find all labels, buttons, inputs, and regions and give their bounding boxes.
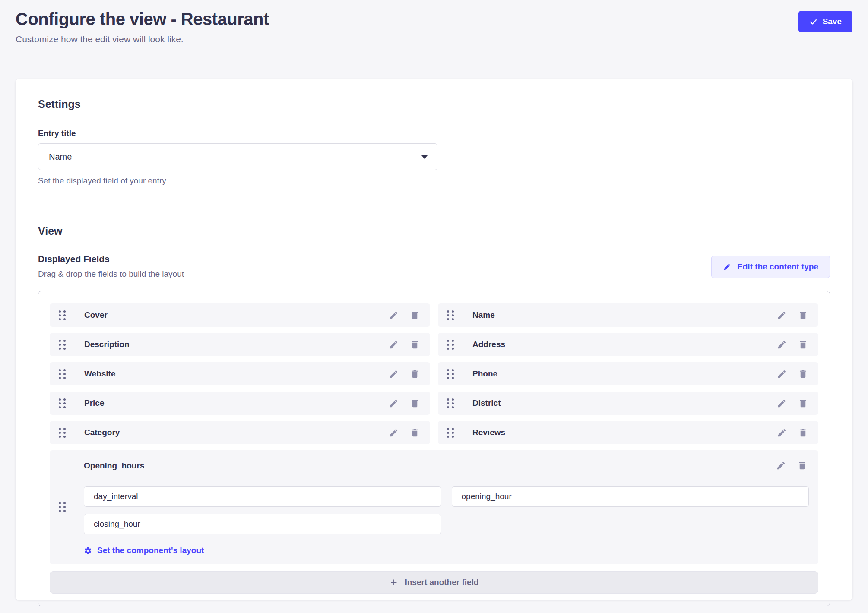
delete-field-icon[interactable] bbox=[798, 310, 808, 320]
field-row-name[interactable]: Name bbox=[438, 303, 818, 327]
field-label: Name bbox=[463, 303, 777, 327]
drag-handle-icon[interactable] bbox=[438, 362, 463, 385]
drag-handle-icon[interactable] bbox=[50, 362, 75, 385]
component-subfield-closing-hour[interactable]: closing_hour bbox=[84, 514, 441, 534]
gear-icon bbox=[84, 547, 92, 555]
field-row-price[interactable]: Price bbox=[50, 392, 430, 415]
edit-field-icon[interactable] bbox=[389, 369, 399, 379]
field-label: Reviews bbox=[463, 421, 777, 444]
field-label: Phone bbox=[463, 362, 777, 385]
fields-grid: Cover Name Description bbox=[50, 303, 818, 564]
save-button[interactable]: Save bbox=[798, 11, 852, 32]
displayed-fields-header: Displayed Fields Drag & drop the fields … bbox=[38, 254, 830, 279]
entry-title-label: Entry title bbox=[38, 129, 830, 138]
insert-another-field-button[interactable]: Insert another field bbox=[50, 571, 818, 594]
save-button-label: Save bbox=[823, 17, 842, 26]
edit-field-icon[interactable] bbox=[389, 398, 399, 408]
drag-handle-icon[interactable] bbox=[438, 421, 463, 444]
page-title: Configure the view - Restaurant bbox=[16, 9, 852, 29]
field-row-cover[interactable]: Cover bbox=[50, 303, 430, 327]
edit-field-icon[interactable] bbox=[776, 461, 786, 471]
delete-field-icon[interactable] bbox=[410, 310, 420, 320]
section-divider bbox=[38, 204, 830, 204]
edit-field-icon[interactable] bbox=[389, 340, 399, 350]
component-row-opening-hours[interactable]: Opening_hours day_interval opening_hour … bbox=[50, 450, 818, 564]
field-label: District bbox=[463, 392, 777, 415]
drag-handle-icon[interactable] bbox=[438, 392, 463, 415]
field-label: Cover bbox=[75, 303, 389, 327]
component-subfield-day-interval[interactable]: day_interval bbox=[84, 486, 441, 507]
field-row-website[interactable]: Website bbox=[50, 362, 430, 385]
delete-field-icon[interactable] bbox=[797, 461, 807, 471]
drag-handle-icon[interactable] bbox=[438, 303, 463, 327]
edit-field-icon[interactable] bbox=[777, 428, 787, 438]
set-component-layout-link[interactable]: Set the component's layout bbox=[84, 546, 204, 555]
edit-field-icon[interactable] bbox=[777, 398, 787, 408]
delete-field-icon[interactable] bbox=[798, 369, 808, 379]
edit-field-icon[interactable] bbox=[777, 310, 787, 320]
field-label: Website bbox=[75, 362, 389, 385]
settings-heading: Settings bbox=[38, 98, 830, 111]
drag-handle-icon[interactable] bbox=[50, 333, 75, 356]
field-label: Address bbox=[463, 333, 777, 356]
delete-field-icon[interactable] bbox=[410, 398, 420, 408]
drag-handle-icon[interactable] bbox=[438, 333, 463, 356]
fields-drop-zone: Cover Name Description bbox=[38, 291, 830, 606]
plus-icon bbox=[389, 578, 399, 587]
edit-field-icon[interactable] bbox=[389, 310, 399, 320]
edit-content-type-button[interactable]: Edit the content type bbox=[711, 256, 830, 278]
insert-another-field-label: Insert another field bbox=[405, 578, 478, 587]
field-label: Description bbox=[75, 333, 389, 356]
field-row-phone[interactable]: Phone bbox=[438, 362, 818, 385]
field-row-description[interactable]: Description bbox=[50, 333, 430, 356]
chevron-down-icon bbox=[421, 155, 428, 159]
entry-title-helper: Set the displayed field of your entry bbox=[38, 176, 830, 186]
drag-handle-icon[interactable] bbox=[50, 450, 75, 564]
component-title: Opening_hours bbox=[84, 461, 144, 471]
field-label: Price bbox=[75, 392, 389, 415]
delete-field-icon[interactable] bbox=[410, 369, 420, 379]
component-subfield-opening-hour[interactable]: opening_hour bbox=[452, 486, 809, 507]
check-icon bbox=[809, 18, 817, 26]
drag-handle-icon[interactable] bbox=[50, 392, 75, 415]
pencil-icon bbox=[723, 263, 731, 271]
view-heading: View bbox=[38, 225, 830, 237]
configure-view-card: Settings Entry title Name Set the displa… bbox=[16, 79, 852, 600]
entry-title-selected-value: Name bbox=[49, 152, 72, 162]
edit-field-icon[interactable] bbox=[777, 340, 787, 350]
delete-field-icon[interactable] bbox=[798, 428, 808, 438]
field-label: Category bbox=[75, 421, 389, 444]
page-header: Configure the view - Restaurant Customiz… bbox=[0, 0, 868, 44]
delete-field-icon[interactable] bbox=[410, 340, 420, 350]
delete-field-icon[interactable] bbox=[798, 340, 808, 350]
delete-field-icon[interactable] bbox=[410, 428, 420, 438]
drag-handle-icon[interactable] bbox=[50, 303, 75, 327]
edit-field-icon[interactable] bbox=[389, 428, 399, 438]
field-row-category[interactable]: Category bbox=[50, 421, 430, 444]
entry-title-select[interactable]: Name bbox=[38, 143, 437, 170]
drag-handle-icon[interactable] bbox=[50, 421, 75, 444]
edit-field-icon[interactable] bbox=[777, 369, 787, 379]
field-row-reviews[interactable]: Reviews bbox=[438, 421, 818, 444]
set-component-layout-label: Set the component's layout bbox=[97, 546, 204, 555]
page-subtitle: Customize how the edit view will look li… bbox=[16, 34, 852, 44]
displayed-fields-title: Displayed Fields bbox=[38, 254, 184, 264]
delete-field-icon[interactable] bbox=[798, 398, 808, 408]
field-row-address[interactable]: Address bbox=[438, 333, 818, 356]
edit-content-type-label: Edit the content type bbox=[737, 262, 818, 272]
field-row-district[interactable]: District bbox=[438, 392, 818, 415]
displayed-fields-hint: Drag & drop the fields to build the layo… bbox=[38, 269, 184, 279]
